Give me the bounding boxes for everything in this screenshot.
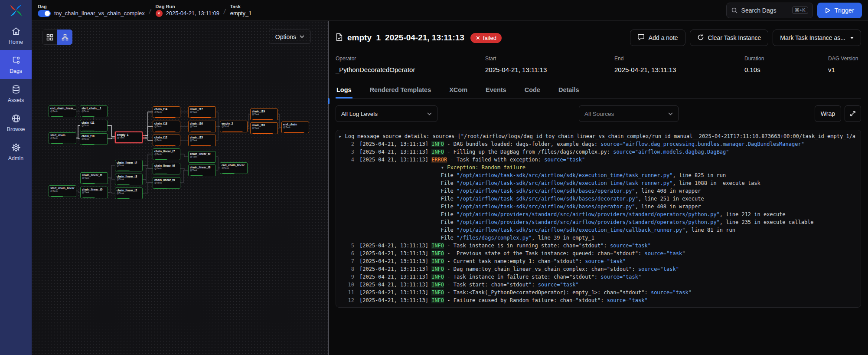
dag-node-chain_linear_t0[interactable]: chain_linear_t0@Task✓ success	[80, 187, 108, 198]
dag-node-chain_t11[interactable]: chain_t11@Task✓ success	[80, 120, 108, 131]
node-state-pill-wrap: ⊘ upstream_failed	[283, 128, 307, 133]
task-actions: Add a noteClear Task InstanceMark Task I…	[630, 30, 861, 46]
meta-value: 2025-04-21, 13:11:13	[614, 66, 744, 73]
sidebar-nav: HomeDagsAssetsBrowseAdmin	[0, 21, 32, 166]
dag-node-chain_t10[interactable]: chain_t10@Task✓ success	[80, 133, 108, 145]
node-state-pill-wrap: ✓ success	[154, 170, 179, 174]
log-line: 5[2025-04-21, 13:11:13] INFO - Task inst…	[339, 242, 858, 250]
dag-node-start_chain__1[interactable]: start_chain__1@Task✓ success	[80, 105, 108, 117]
node-state-pill-wrap: ✓ success	[82, 140, 106, 145]
dag-node-empty_1[interactable]: empty_1@Task✕ failed	[115, 131, 143, 143]
clear-task-instance-button[interactable]: Clear Task Instance	[690, 30, 769, 46]
node-state-pill-wrap: ✓ success	[117, 167, 141, 171]
sidebar-item-dags[interactable]: Dags	[0, 50, 32, 79]
fullscreen-button[interactable]	[845, 105, 861, 122]
node-title: end_chain_linear__1	[50, 107, 75, 110]
tab-xcom[interactable]: XCom	[448, 84, 468, 98]
log-line: File "/opt/airflow/providers/standard/sr…	[339, 210, 858, 218]
log-expand-caret[interactable]: ▾	[441, 164, 447, 171]
node-title: chain_linear_t3	[117, 175, 141, 178]
log-line-content: [2025-04-21, 13:11:13] INFO - Current ta…	[359, 258, 626, 264]
status-badge: ✕ failed	[470, 33, 502, 43]
dag-node-chain_linear_t4[interactable]: chain_linear_t4@Task✓ success	[115, 160, 143, 171]
sidebar-item-admin[interactable]: Admin	[0, 137, 32, 166]
log-line: 10[2025-04-21, 13:11:13] INFO - Task sta…	[339, 281, 858, 289]
dag-node-chain_linear_t6[interactable]: chain_linear_t6@Task✓ success	[153, 163, 180, 174]
wrap-button[interactable]: Wrap	[815, 105, 841, 122]
log-line-number: 7	[339, 258, 354, 264]
node-state-badge: ✓ success	[50, 116, 64, 117]
dag-node-chain_linear_t9[interactable]: chain_linear_t9@Task✓ success	[188, 151, 216, 163]
tab-events[interactable]: Events	[485, 84, 507, 98]
log-line: File "/opt/airflow/task-sdk/src/airflow/…	[339, 179, 858, 187]
log-line: 12[2025-04-21, 13:11:13] INFO - Failure …	[339, 296, 858, 304]
dag-node-chain_t19[interactable]: chain_t19@Task⊘ upstream_failed	[250, 108, 278, 120]
dag-node-chain_linear_t3[interactable]: chain_linear_t3@Task✓ success	[115, 174, 143, 185]
dag-node-chain_linear_t5[interactable]: chain_linear_t5@Task✓ success	[153, 177, 180, 189]
log-expand-caret[interactable]: ▸	[339, 133, 345, 139]
dag-node-chain_t18[interactable]: chain_t18@Task⊘ upstream_failed	[250, 122, 278, 134]
airflow-logo[interactable]	[0, 0, 32, 21]
dag-name-link[interactable]: toy_chain_linear_vs_chain_complex	[54, 10, 145, 16]
log-toolbar: All Log Levels All Sources Wrap	[336, 105, 861, 122]
dag-graph-panel[interactable]: Options end_chain_linear__1@Task✓ succes…	[32, 21, 328, 355]
mark-task-instance-as-button[interactable]: Mark Task Instance as...	[773, 30, 861, 46]
add-note-button[interactable]: Add a note	[630, 30, 685, 46]
dag-node-chain_t17[interactable]: chain_t17@Task⊘ upstream_failed	[188, 106, 216, 118]
log-level-select[interactable]: All Log Levels	[336, 105, 437, 122]
graph-view-button[interactable]	[57, 30, 72, 45]
search-placeholder: Search Dags	[741, 7, 777, 14]
dag-node-start_chain_linear[interactable]: start_chain_linear@Task✓ success	[49, 185, 76, 197]
dag-node-chain_linear_t8[interactable]: chain_linear_t8@Task✓ success	[188, 164, 216, 176]
log-line: 6[2025-04-21, 13:11:13] INFO - Previous …	[339, 250, 858, 257]
dag-node-start_chain[interactable]: start_chain@Task✓ success	[49, 132, 76, 144]
log-line-number: 6	[339, 250, 354, 256]
tab-rendered-templates[interactable]: Rendered Templates	[369, 84, 432, 98]
grid-view-button[interactable]	[42, 30, 57, 45]
dag-node-empty_2[interactable]: empty_2@Task⊘ upstream_failed	[220, 121, 248, 132]
tab-details[interactable]: Details	[558, 84, 580, 98]
log-viewer[interactable]: ▸ Log message source details: sources=["…	[336, 130, 861, 308]
node-title: chain_t13	[154, 122, 179, 125]
dag-node-end_chain_linear[interactable]: end_chain_linear@Task✓ success	[220, 162, 248, 174]
breadcrumb-task: Task empty_1	[230, 4, 252, 16]
trigger-button[interactable]: Trigger	[817, 3, 862, 18]
sidebar-item-browse[interactable]: Browse	[0, 108, 32, 137]
sidebar-item-home[interactable]: Home	[0, 21, 32, 50]
node-state-badge: ✓ success	[50, 196, 64, 197]
log-source-select[interactable]: All Sources	[579, 105, 679, 122]
log-line-content: File "/opt/airflow/task-sdk/src/airflow/…	[359, 188, 701, 194]
graph-options-button[interactable]: Options	[269, 30, 311, 44]
sidebar-item-assets[interactable]: Assets	[0, 79, 32, 108]
dag-node-chain_linear_t1[interactable]: chain_linear_t1@Task✓ success	[80, 172, 108, 184]
top-header: Dag toy_chain_linear_vs_chain_complex / …	[32, 0, 868, 21]
log-line: 9[2025-04-21, 13:11:13] INFO - Task inst…	[339, 273, 858, 281]
sidebar-item-label: Dags	[10, 68, 22, 74]
task-tabs: LogsRendered TemplatesXComEventsCodeDeta…	[336, 84, 861, 99]
log-line-content: [2025-04-21, 13:11:13] INFO - Previous s…	[359, 250, 685, 256]
dag-node-chain_t13[interactable]: chain_t13@Task⊘ upstream_failed	[153, 121, 180, 132]
dag-node-chain_t14[interactable]: chain_t14@Task⊘ upstream_failed	[153, 106, 180, 118]
dag-node-chain_t15[interactable]: chain_t15@Task⊘ upstream_failed	[188, 135, 216, 146]
log-line: 7[2025-04-21, 13:11:13] INFO - Current t…	[339, 257, 858, 265]
dag-node-chain_linear_t2[interactable]: chain_linear_t2@Task✓ success	[115, 187, 143, 199]
panel-resize-grip[interactable]	[328, 98, 330, 104]
log-line: File "/opt/airflow/task-sdk/src/airflow/…	[339, 171, 858, 179]
node-state-badge: ✓ success	[190, 175, 203, 176]
search-icon	[731, 7, 738, 14]
meta-start: Start2025-04-21, 13:11:13	[485, 56, 614, 73]
log-line-content: [2025-04-21, 13:11:13] INFO - DAG bundle…	[359, 141, 804, 147]
panel-resize-divider[interactable]	[328, 21, 329, 355]
dag-run-link[interactable]: 2025-04-21, 13:11:09	[166, 10, 219, 16]
search-dags-input[interactable]: Search Dags ⌘+K	[726, 3, 813, 18]
tab-code[interactable]: Code	[524, 84, 541, 98]
dag-node-end_chain[interactable]: end_chain@Task⊘ upstream_failed	[281, 122, 309, 133]
dag-node-chain_linear_t7[interactable]: chain_linear_t7@Task✓ success	[153, 148, 180, 160]
dag-node-chain_t12[interactable]: chain_t12@Task⊘ upstream_failed	[153, 135, 180, 146]
tab-logs[interactable]: Logs	[336, 84, 352, 98]
dag-node-chain_t16[interactable]: chain_t16@Task⊘ upstream_failed	[188, 121, 216, 132]
dag-node-end_chain_linear__1[interactable]: end_chain_linear__1@Task✓ success	[49, 105, 76, 117]
node-title: start_chain_linear	[50, 187, 75, 190]
dag-pause-toggle[interactable]	[38, 10, 51, 17]
log-level-value: All Log Levels	[341, 111, 378, 117]
